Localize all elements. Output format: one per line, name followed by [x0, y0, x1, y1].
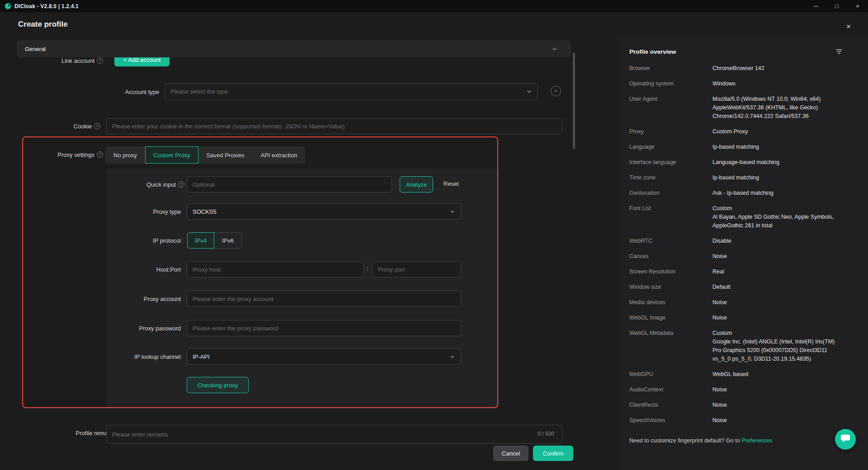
- chevron-down-icon: [449, 354, 455, 360]
- vertical-scrollbar[interactable]: [573, 52, 575, 149]
- analyze-button[interactable]: Analyze: [400, 176, 433, 193]
- confirm-button[interactable]: Confirm: [533, 446, 573, 461]
- overview-row-clientrects: ClientRectsNoise: [629, 401, 843, 409]
- cookie-label-text: Cookie: [74, 123, 92, 130]
- info-icon[interactable]: ?: [97, 57, 103, 64]
- minimize-icon[interactable]: ─: [806, 0, 826, 12]
- overview-row-webgl-image: WebGL ImageNoise: [629, 314, 843, 322]
- tab-no-proxy[interactable]: No proxy: [105, 146, 145, 164]
- overview-row-speechvoices: SpeechVoicesNoise: [629, 416, 843, 425]
- proxy-mode-tabs: No proxy Custom Proxy Saved Proxies API …: [105, 146, 305, 164]
- account-type-placeholder: Please select the type: [170, 88, 526, 95]
- host-port-label: Host:Port: [108, 265, 181, 273]
- overview-label: SpeechVoices: [629, 416, 712, 425]
- overview-row-font-list: Font ListCustom Al Bayan, Apple SD Gothi…: [629, 204, 843, 230]
- close-window-icon[interactable]: ×: [847, 0, 868, 12]
- quick-input-field[interactable]: [187, 176, 392, 193]
- proxy-port-input[interactable]: [372, 261, 461, 277]
- proxy-type-select[interactable]: SOCKS5: [187, 203, 461, 220]
- tab-api-extraction[interactable]: API extraction: [253, 146, 306, 164]
- filter-icon[interactable]: [835, 48, 843, 55]
- ipv4-toggle[interactable]: IPv4: [187, 232, 214, 249]
- checking-proxy-button[interactable]: Checking proxy: [187, 377, 249, 393]
- dicloak-logo-icon: [5, 3, 11, 9]
- ip-protocol-label: IP protocol: [108, 236, 181, 244]
- chevron-down-icon: [449, 209, 455, 215]
- proxy-host-input[interactable]: [187, 261, 364, 277]
- overview-label: Canvas: [629, 252, 712, 261]
- proxy-password-input[interactable]: [187, 320, 461, 336]
- overview-value: Custom Al Bayan, Apple SD Gothic Neo, Ap…: [712, 204, 843, 230]
- maximize-icon[interactable]: □: [826, 0, 847, 12]
- info-icon[interactable]: ?: [94, 123, 100, 129]
- overview-value: Ask - Ip-based matching: [712, 189, 843, 197]
- overview-value: Mozilla/5.0 (Windows NT 10.0; Win64; x64…: [712, 95, 843, 121]
- app-title: DICloak - V2.8.5 | 1.2.4.1: [14, 3, 79, 9]
- ipv6-toggle[interactable]: IPv6: [214, 232, 242, 249]
- reset-button[interactable]: Reset: [443, 180, 459, 187]
- overview-value: Custom Proxy: [712, 127, 843, 136]
- proxy-settings-label-text: Proxy settings: [57, 151, 94, 158]
- overview-value: Default: [712, 283, 843, 291]
- proxy-account-input[interactable]: [187, 291, 461, 307]
- overview-value: Real: [712, 268, 843, 276]
- overview-value: Windows: [712, 80, 843, 88]
- profile-overview-header: Profile overview: [629, 48, 843, 55]
- proxy-settings-label: Proxy settings ?: [17, 150, 103, 159]
- overview-row-webgpu: WebGPUWebGL based: [629, 370, 843, 379]
- tab-saved-proxies[interactable]: Saved Proxies: [198, 146, 253, 164]
- link-account-label: Link account ?: [17, 56, 103, 65]
- cookie-label: Cookie ?: [17, 122, 100, 130]
- overview-label: WebGL Metadata: [629, 329, 712, 363]
- chat-bubble-icon: [840, 433, 850, 445]
- ip-lookup-channel-select[interactable]: IP-API: [187, 348, 461, 365]
- remarks-counter: 0 / 500: [538, 431, 554, 437]
- overview-value: Ip-based matching: [712, 174, 843, 182]
- overview-label: ClientRects: [629, 401, 712, 409]
- overview-label: WebGPU: [629, 370, 712, 379]
- chat-support-button[interactable]: [835, 429, 856, 450]
- close-dialog-icon[interactable]: ×: [843, 21, 854, 33]
- cookie-input[interactable]: [106, 118, 562, 134]
- overview-label: Operating system: [629, 80, 712, 88]
- general-section-header[interactable]: General: [17, 40, 571, 57]
- profile-overview-title: Profile overview: [629, 48, 676, 55]
- overview-label: WebGL Image: [629, 314, 712, 322]
- quick-input-label: Quick input ?: [108, 180, 184, 188]
- overview-label: Browser: [629, 64, 712, 73]
- page-title: Create profile: [18, 20, 68, 29]
- profile-remarks-input[interactable]: [106, 425, 562, 444]
- overview-row-geolocation: GeolocationAsk - Ip-based matching: [629, 189, 843, 197]
- ip-lookup-channel-value: IP-API: [193, 353, 449, 360]
- overview-row-language: LanguageIp-based matching: [629, 143, 843, 151]
- overview-label: User Agent: [629, 95, 712, 121]
- proxy-type-label: Proxy type: [108, 207, 181, 216]
- overview-value: Disable: [712, 237, 843, 245]
- overview-label: Screen Resolution: [629, 268, 712, 276]
- ip-lookup-channel-label: IP lookup channel: [102, 352, 181, 361]
- overview-row-audiocontext: AudioContextNoise: [629, 385, 843, 394]
- overview-value: Noise: [712, 385, 843, 394]
- overview-label: Media devices: [629, 298, 712, 307]
- overview-label: WebRTC: [629, 237, 712, 245]
- tab-custom-proxy[interactable]: Custom Proxy: [145, 146, 198, 164]
- chevron-down-icon: [552, 46, 557, 52]
- overview-value: Custom Google Inc. (Intel) ANGLE (Intel,…: [712, 329, 843, 363]
- info-icon[interactable]: ?: [97, 151, 103, 158]
- preferences-link[interactable]: Preferences: [742, 437, 772, 444]
- proxy-type-value: SOCKS5: [193, 208, 449, 215]
- info-icon[interactable]: ?: [178, 181, 184, 188]
- chevron-down-icon: [526, 89, 532, 94]
- window-controls: ─ □ ×: [806, 0, 868, 12]
- overview-label: Interface language: [629, 158, 712, 167]
- cancel-button[interactable]: Cancel: [493, 446, 528, 461]
- titlebar: DICloak - V2.8.5 | 1.2.4.1 ─ □ ×: [0, 0, 868, 12]
- profile-overview-rows: BrowserChromeBrowser 142 Operating syste…: [629, 64, 843, 425]
- proxy-password-label: Proxy password: [108, 324, 181, 332]
- overview-row-interface-language: Interface languageLanguage-based matchin…: [629, 158, 843, 167]
- account-type-select[interactable]: Please select the type: [165, 83, 538, 100]
- link-account-label-text: Link account: [61, 57, 94, 64]
- overview-value: ChromeBrowser 142: [712, 64, 843, 73]
- remove-account-icon[interactable]: −: [551, 86, 561, 96]
- overview-label: Font List: [629, 204, 712, 230]
